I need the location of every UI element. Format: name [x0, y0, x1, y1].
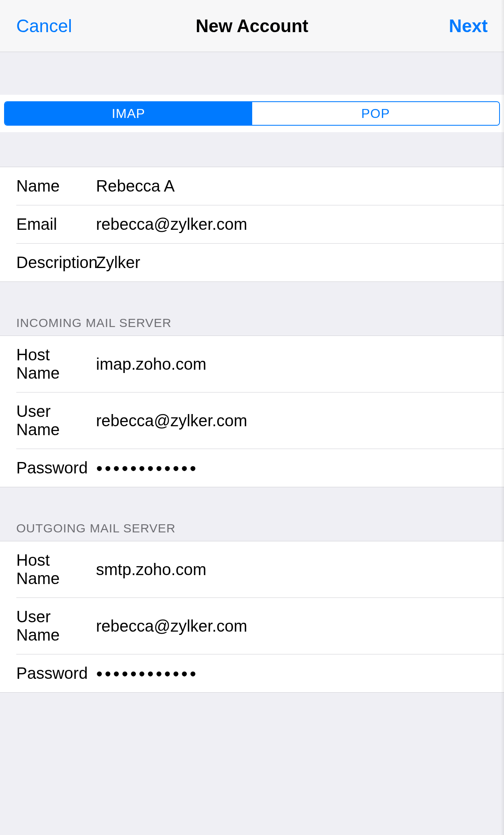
description-row: Description [16, 243, 504, 281]
outgoing-user-field[interactable] [96, 617, 504, 635]
outgoing-password-row: Password ●●●●●●●●●●●● [16, 654, 504, 692]
outgoing-group: Host Name User Name Password ●●●●●●●●●●●… [0, 541, 504, 693]
cancel-button[interactable]: Cancel [16, 16, 173, 36]
outgoing-user-label: User Name [16, 608, 96, 644]
incoming-group: Host Name User Name Password ●●●●●●●●●●●… [0, 336, 504, 487]
page-title: New Account [173, 16, 330, 36]
outgoing-password-label: Password [16, 664, 96, 682]
next-button[interactable]: Next [331, 16, 488, 36]
outgoing-host-row: Host Name [0, 541, 504, 597]
incoming-host-row: Host Name [0, 336, 504, 392]
name-field[interactable] [96, 177, 504, 195]
name-row: Name [0, 167, 504, 205]
incoming-header: INCOMING MAIL SERVER [0, 282, 504, 336]
tab-imap[interactable]: IMAP [5, 102, 252, 125]
protocol-segmented-control: IMAP POP [4, 101, 500, 126]
incoming-password-row: Password ●●●●●●●●●●●● [16, 449, 504, 487]
email-label: Email [16, 215, 96, 233]
incoming-host-field[interactable] [96, 355, 504, 373]
incoming-user-label: User Name [16, 402, 96, 439]
outgoing-header: OUTGOING MAIL SERVER [0, 487, 504, 541]
tab-pop[interactable]: POP [252, 102, 500, 125]
name-label: Name [16, 177, 96, 195]
outgoing-password-field[interactable]: ●●●●●●●●●●●● [96, 667, 504, 680]
protocol-segment-wrapper: IMAP POP [0, 95, 504, 132]
incoming-user-field[interactable] [96, 412, 504, 430]
incoming-password-field[interactable]: ●●●●●●●●●●●● [96, 462, 504, 475]
email-field[interactable] [96, 215, 504, 233]
description-field[interactable] [96, 253, 504, 272]
navigation-bar: Cancel New Account Next [0, 0, 504, 52]
incoming-user-row: User Name [16, 392, 504, 449]
account-info-group: Name Email Description [0, 167, 504, 282]
outgoing-host-field[interactable] [96, 560, 504, 579]
outgoing-host-label: Host Name [16, 551, 96, 588]
description-label: Description [16, 253, 96, 272]
incoming-password-label: Password [16, 459, 96, 477]
email-row: Email [16, 205, 504, 243]
incoming-host-label: Host Name [16, 346, 96, 382]
outgoing-user-row: User Name [16, 597, 504, 654]
